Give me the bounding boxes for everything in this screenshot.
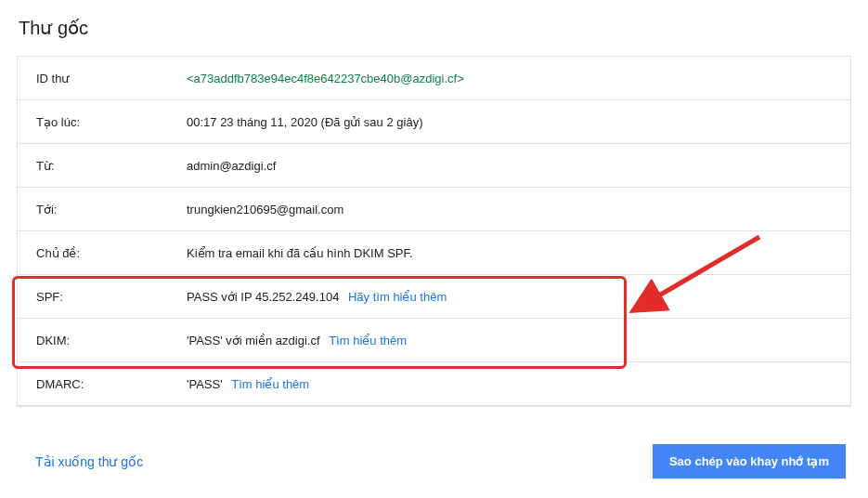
value-spf: PASS với IP 45.252.249.104 Hãy tìm hiểu … (187, 290, 832, 304)
footer: Tải xuống thư gốc Sao chép vào khay nhớ … (17, 444, 851, 478)
row-created: Tạo lúc: 00:17 23 tháng 11, 2020 (Đã gửi… (18, 100, 850, 144)
row-message-id: ID thư <a73addfb783e94ec4f8e642237cbe40b… (18, 57, 850, 100)
spf-learn-more-link[interactable]: Hãy tìm hiểu thêm (348, 290, 447, 304)
label-created: Tạo lúc: (36, 115, 187, 129)
original-message-panel: ID thư <a73addfb783e94ec4f8e642237cbe40b… (17, 56, 851, 407)
label-dmarc: DMARC: (36, 377, 187, 391)
row-spf: SPF: PASS với IP 45.252.249.104 Hãy tìm … (18, 275, 850, 319)
label-spf: SPF: (36, 290, 187, 304)
row-to: Tới: trungkien210695@gmail.com (18, 188, 850, 231)
value-from: admin@azdigi.cf (187, 159, 832, 173)
page-title: Thư gốc (19, 17, 851, 39)
dkim-status-text: 'PASS' với miền azdigi.cf (187, 334, 320, 347)
row-dmarc: DMARC: 'PASS' Tìm hiểu thêm (18, 362, 850, 406)
label-subject: Chủ đề: (36, 246, 187, 260)
row-subject: Chủ đề: Kiểm tra email khi đã cấu hình D… (18, 231, 850, 275)
spf-status-text: PASS với IP 45.252.249.104 (187, 290, 339, 304)
row-dkim: DKIM: 'PASS' với miền azdigi.cf Tìm hiểu… (18, 319, 850, 362)
row-from: Từ: admin@azdigi.cf (18, 144, 850, 188)
value-to: trungkien210695@gmail.com (187, 203, 832, 216)
label-from: Từ: (36, 159, 187, 173)
dkim-learn-more-link[interactable]: Tìm hiểu thêm (329, 334, 407, 347)
download-original-link[interactable]: Tải xuống thư gốc (35, 454, 143, 469)
value-dmarc: 'PASS' Tìm hiểu thêm (187, 377, 832, 391)
value-dkim: 'PASS' với miền azdigi.cf Tìm hiểu thêm (187, 334, 832, 347)
value-subject: Kiểm tra email khi đã cấu hình DKIM SPF. (187, 246, 832, 260)
label-dkim: DKIM: (36, 334, 187, 347)
value-message-id: <a73addfb783e94ec4f8e642237cbe40b@azdigi… (187, 72, 832, 85)
value-created: 00:17 23 tháng 11, 2020 (Đã gửi sau 2 gi… (187, 115, 832, 129)
label-to: Tới: (36, 203, 187, 216)
copy-to-clipboard-button[interactable]: Sao chép vào khay nhớ tạm (653, 444, 846, 478)
label-message-id: ID thư (36, 72, 187, 85)
dmarc-status-text: 'PASS' (187, 377, 223, 391)
dmarc-learn-more-link[interactable]: Tìm hiểu thêm (231, 377, 309, 391)
message-id-text: <a73addfb783e94ec4f8e642237cbe40b@azdigi… (187, 72, 464, 85)
